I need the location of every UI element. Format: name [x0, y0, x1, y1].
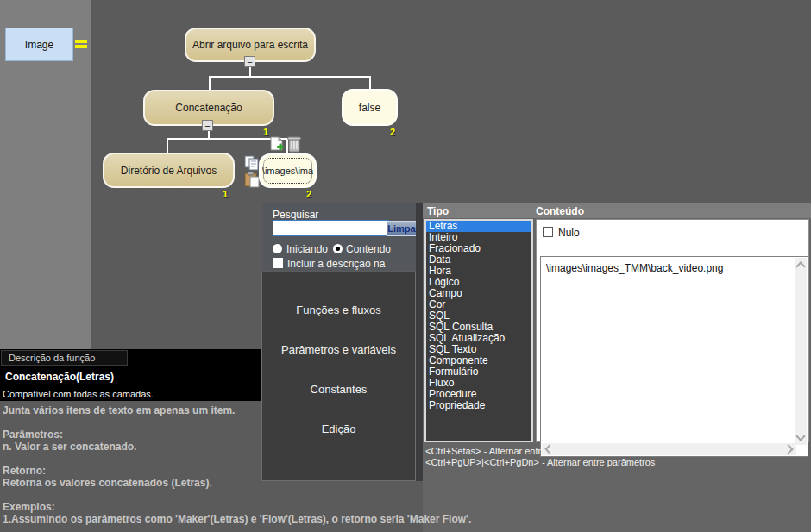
scroll-up-icon[interactable] [795, 261, 805, 271]
clear-button-label: Limpar [387, 223, 419, 234]
node-label: Concatenação [175, 102, 242, 114]
null-checkbox[interactable] [543, 227, 553, 237]
shortcut-hint: <Ctrl+PgUP>|<Ctrl+PgDn> - Alternar entre… [425, 457, 655, 468]
content-box: Nulo \images\images_TMM\back_video.png [536, 219, 809, 442]
flow-node-directory[interactable]: Diretório de Arquivos [103, 153, 235, 188]
radio-starting[interactable] [273, 244, 282, 253]
param-order-badge: 1 [263, 127, 268, 137]
compatibility-note: Compatível com todas as camadas. [3, 389, 154, 399]
description-return-label: Retorno: [3, 465, 46, 477]
description-examples-label: Exemplos: [3, 501, 55, 513]
node-label: false [359, 102, 380, 114]
param-order-badge: 2 [390, 127, 395, 137]
null-checkbox-label: Nulo [558, 227, 580, 239]
param-order-badge: 2 [306, 189, 311, 199]
type-item[interactable]: Propriedade [426, 400, 531, 411]
tab-label: Descrição da função [9, 353, 95, 363]
radio-containing-label: Contendo [346, 243, 391, 255]
flow-node-false[interactable]: false [342, 89, 398, 126]
vertical-scrollbar[interactable] [795, 258, 807, 445]
scroll-right-icon[interactable] [783, 444, 793, 454]
description-example-text: 1.Assumindo os parâmetros como 'Maker'(L… [3, 513, 471, 525]
shortcut-hints: <Ctrl+Setas> - Alternar entre os tipos<C… [425, 446, 655, 468]
flow-node-value-selected[interactable]: \images\ima [259, 153, 317, 188]
tab-function-description[interactable]: Descrição da função [1, 350, 128, 366]
add-file-icon[interactable] [269, 136, 286, 153]
param-order-badge: 1 [223, 189, 228, 199]
value-editor-header: Tipo Conteúdo [423, 203, 811, 218]
description-summary: Junta vários itens de texto em apenas um… [3, 404, 235, 416]
category-button[interactable]: Constantes [262, 369, 415, 409]
minus-glyph: − [247, 58, 252, 66]
node-label: Diretório de Arquivos [121, 165, 217, 177]
minus-glyph: − [204, 122, 210, 130]
content-column-header: Conteúdo [536, 205, 584, 217]
value-editor-panel: Tipo Conteúdo LetrasInteiroFracionadoDat… [423, 203, 811, 532]
node-label: Abrir arquivo para escrita [192, 39, 308, 51]
description-return-text: Retorna os valores concatenados (Letras)… [3, 477, 212, 489]
panel-separator [416, 203, 423, 481]
search-panel: Pesquisar Limpar Iniciando Contendo Incl… [262, 203, 423, 271]
content-value: \images\images_TMM\back_video.png [546, 262, 723, 274]
type-column-header: Tipo [427, 205, 449, 217]
scroll-down-icon[interactable] [795, 431, 805, 441]
collapse-button-concat[interactable]: − [202, 120, 213, 131]
trash-icon[interactable] [286, 135, 302, 153]
content-textarea[interactable]: \images\images_TMM\back_video.png [540, 256, 808, 457]
search-label: Pesquisar [273, 209, 318, 221]
flow-editor-window: Image Abrir arquivo para escrita − Conca… [0, 0, 811, 532]
include-description-checkbox[interactable] [273, 258, 283, 268]
description-params-text: n. Valor a ser concatenado. [3, 441, 136, 453]
node-label: \images\ima [262, 166, 313, 176]
category-button[interactable]: Parâmetros e variáveis [262, 329, 415, 369]
function-signature: Concatenação(Letras) [5, 371, 114, 383]
radio-containing[interactable] [333, 244, 343, 253]
type-list: LetrasInteiroFracionadoDataHoraLógicoCam… [424, 219, 533, 442]
radio-starting-label: Iniciando [286, 243, 328, 255]
image-component-button[interactable]: Image [5, 28, 73, 61]
collapse-button-open-file[interactable]: − [244, 56, 255, 67]
category-button[interactable]: Edição [262, 409, 415, 448]
search-input[interactable] [273, 220, 389, 236]
copy-icon[interactable] [244, 155, 260, 172]
category-panel: Funções e fluxosParâmetros e variáveisCo… [261, 272, 416, 481]
description-params-label: Parâmetros: [3, 429, 63, 441]
category-button[interactable]: Funções e fluxos [262, 290, 415, 329]
image-component-label: Image [25, 39, 53, 51]
shortcut-hint: <Ctrl+Setas> - Alternar entre os tipos [425, 446, 655, 457]
